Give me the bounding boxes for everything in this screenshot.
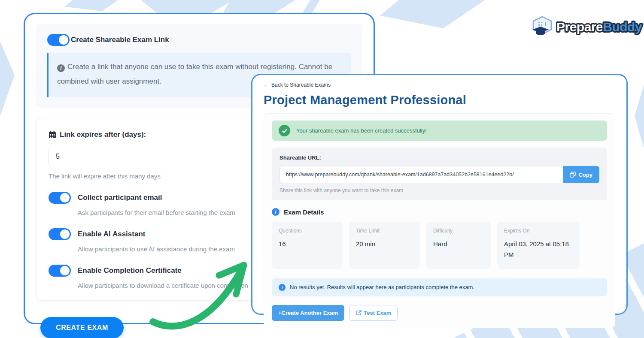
logo-text-buddy: Buddy [603, 20, 642, 34]
info-icon: i [279, 284, 286, 291]
create-another-exam-button[interactable]: +Create Another Exam [272, 305, 344, 321]
preparebuddy-logo-text: PrepareBuddy [556, 17, 644, 36]
result-content-card: Your shareable exam has been created suc… [264, 113, 615, 328]
test-exam-label: Test Exam [364, 310, 391, 316]
exam-details-cards: Questions 16 Time Limit 20 min Difficult… [272, 222, 607, 269]
stat-value: 20 min [356, 239, 413, 250]
page-title: Project Management Professional [264, 93, 615, 107]
background-brush-stroke [635, 84, 644, 148]
stat-label: Questions [279, 228, 336, 234]
stat-card-difficulty: Difficulty Hard [426, 222, 491, 269]
create-shareable-link-toggle[interactable] [47, 34, 70, 46]
exam-details-header: i Exam Details [272, 208, 607, 216]
stat-card-expires-on: Expires On April 03, 2025 at 05:18 PM [497, 222, 580, 269]
shareable-url-helper: Share this link with anyone you want to … [279, 187, 599, 193]
stat-card-questions: Questions 16 [272, 222, 343, 269]
shareable-url-label: Shareable URL: [279, 154, 599, 161]
copy-button-label: Copy [579, 172, 593, 178]
collect-email-toggle[interactable] [49, 192, 71, 204]
stat-card-time-limit: Time Limit 20 min [349, 222, 420, 269]
shareable-url-input[interactable] [279, 166, 563, 183]
test-exam-button[interactable]: Test Exam [349, 305, 398, 321]
back-arrow-icon: ← [264, 82, 269, 88]
shareable-url-section: Shareable URL: Copy Share this link with… [272, 148, 607, 200]
completion-certificate-label: Enable Completion Certificate [78, 266, 182, 275]
completion-certificate-toggle[interactable] [49, 265, 71, 277]
success-message: Your shareable exam has been created suc… [296, 127, 427, 134]
external-link-icon [356, 310, 361, 316]
stat-value: 16 [279, 239, 336, 250]
preparebuddy-logo: PrepareBuddy [531, 15, 644, 38]
create-another-label: Create Another Exam [282, 310, 338, 316]
stat-value: April 03, 2025 at 05:18 PM [504, 239, 573, 260]
stat-label: Time Limit [356, 228, 413, 234]
success-banner: Your shareable exam has been created suc… [272, 121, 607, 141]
toggle-knob [60, 266, 70, 275]
ai-assistant-toggle[interactable] [49, 228, 71, 240]
collect-email-label: Collect participant email [78, 193, 162, 202]
no-results-message: No results yet. Results will appear here… [290, 284, 474, 290]
toggle-knob [60, 229, 70, 239]
background-brush-stroke [0, 41, 15, 116]
no-results-banner: i No results yet. Results will appear he… [272, 278, 607, 296]
background-brush-stroke [64, 0, 118, 11]
calendar-icon [49, 131, 56, 139]
shareable-exam-result-panel: ← Back to Shareable Exams Project Manage… [251, 74, 628, 315]
result-actions: +Create Another Exam Test Exam [272, 305, 607, 321]
copy-url-button[interactable]: Copy [563, 166, 600, 183]
plus-icon: + [278, 310, 282, 316]
exam-details-title: Exam Details [284, 208, 324, 216]
ai-assistant-label: Enable AI Assistant [78, 230, 145, 238]
create-shareable-link-label: Create Shareable Exam Link [71, 36, 169, 44]
back-to-shareable-exams-link[interactable]: ← Back to Shareable Exams [264, 82, 331, 88]
svg-text:PrepareBuddy: PrepareBuddy [556, 20, 642, 34]
stat-label: Expires On [504, 228, 573, 234]
toggle-knob [60, 193, 70, 202]
info-icon: i [57, 64, 65, 72]
copy-icon [570, 172, 576, 178]
info-icon: i [272, 208, 279, 216]
stat-label: Difficulty [433, 228, 484, 234]
stat-value: Hard [433, 239, 484, 250]
logo-text-prepare: Prepare [556, 20, 603, 34]
expiry-label: Link expires after (days): [60, 130, 146, 139]
check-icon [279, 125, 290, 136]
preparebuddy-logo-icon [531, 15, 554, 38]
create-exam-button[interactable]: CREATE EXAM [40, 317, 124, 338]
toggle-knob [59, 35, 68, 45]
back-link-label: Back to Shareable Exams [271, 82, 331, 88]
background-brush-stroke [380, 0, 485, 28]
